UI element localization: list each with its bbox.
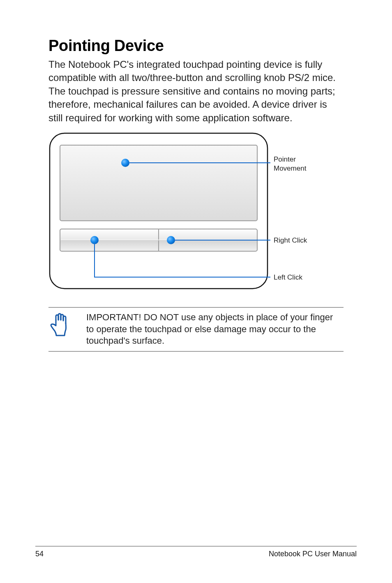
svg-point-10: [90, 236, 99, 244]
svg-point-8: [167, 236, 175, 244]
important-text: IMPORTANT! DO NOT use any objects in pla…: [86, 312, 342, 347]
important-callout: IMPORTANT! DO NOT use any objects in pla…: [48, 307, 344, 352]
doc-title: Notebook PC User Manual: [269, 550, 357, 558]
page-number: 54: [35, 550, 44, 558]
label-left-click: Left Click: [274, 273, 302, 281]
svg-point-6: [121, 159, 129, 167]
label-pointer-1: Pointer: [274, 155, 296, 163]
hand-icon: [48, 312, 86, 342]
touchpad-svg: Pointer Movement Right Click Left Click: [48, 132, 343, 291]
page-title: Pointing Device: [48, 37, 344, 55]
page-footer: 54 Notebook PC User Manual: [35, 546, 357, 558]
svg-rect-1: [60, 145, 257, 221]
intro-paragraph: The Notebook PC's integrated touchpad po…: [48, 58, 344, 125]
label-pointer-2: Movement: [274, 164, 307, 172]
touchpad-diagram: Pointer Movement Right Click Left Click: [48, 132, 343, 291]
label-right-click: Right Click: [274, 236, 307, 244]
